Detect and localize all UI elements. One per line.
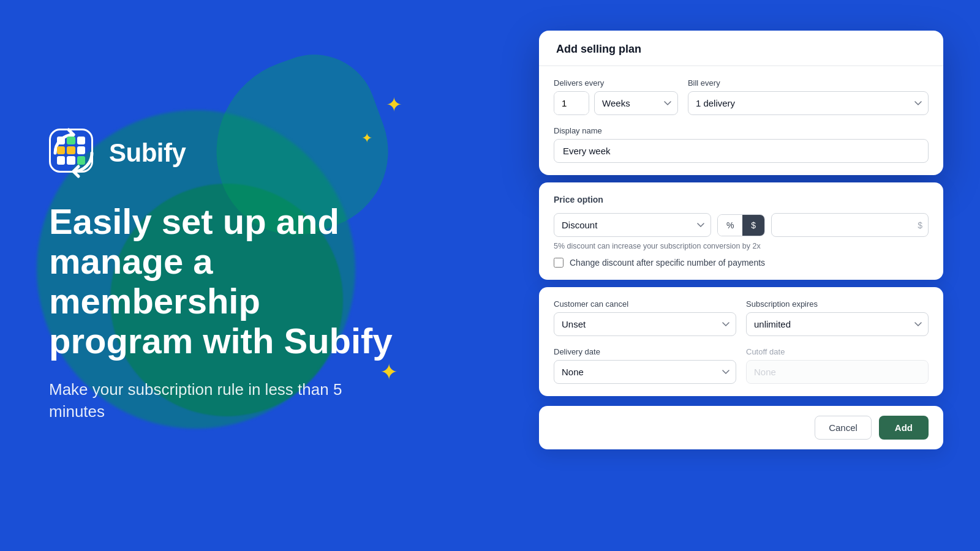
checkbox-label: Change discount after specific number of… xyxy=(570,258,765,268)
delivers-every-inputs: ▲ ▼ Weeks Days Months Years xyxy=(554,91,678,115)
price-option-select[interactable]: Discount Fixed price Same as original xyxy=(554,213,711,237)
logo-cell xyxy=(77,137,85,144)
subscription-expires-select[interactable]: unlimited After 1 payment After 2 paymen… xyxy=(746,312,929,336)
delivers-every-input[interactable] xyxy=(554,92,589,114)
modal-title: Add selling plan xyxy=(556,43,641,55)
modal-footer: Cancel Add xyxy=(539,406,943,449)
delivery-date-group: Delivery date None Weekly Monthly xyxy=(554,347,736,384)
price-input[interactable] xyxy=(771,213,929,237)
delivers-every-label: Delivers every xyxy=(554,78,678,88)
cutoff-date-group: Cutoff date None xyxy=(746,347,929,384)
left-panel: Subify Easily set up and manage a member… xyxy=(49,0,429,551)
logo-cell xyxy=(57,146,65,154)
subscription-expires-group: Subscription expires unlimited After 1 p… xyxy=(746,299,929,336)
price-option-title: Price option xyxy=(554,195,929,204)
customer-cancel-select[interactable]: Unset Anytime Never After 1 payment xyxy=(554,312,736,336)
bill-every-select[interactable]: 1 delivery 2 deliveries 3 deliveries xyxy=(688,91,929,115)
logo-row: Subify xyxy=(49,129,429,178)
delivery-section: Delivers every ▲ ▼ Weeks Days M xyxy=(539,66,943,175)
cutoff-date-select[interactable]: None xyxy=(746,360,929,384)
logo-cell xyxy=(77,146,85,154)
customer-cancel-label: Customer can cancel xyxy=(554,299,736,309)
add-button[interactable]: Add xyxy=(879,416,929,440)
modal-header: Add selling plan xyxy=(539,31,943,66)
delivery-date-label: Delivery date xyxy=(554,347,736,356)
logo-cell xyxy=(57,137,65,144)
price-option-select-wrap: Discount Fixed price Same as original xyxy=(554,213,711,237)
delivers-every-group: Delivers every ▲ ▼ Weeks Days M xyxy=(554,78,678,115)
subscription-expires-label: Subscription expires xyxy=(746,299,929,309)
change-discount-checkbox[interactable] xyxy=(554,258,564,268)
logo-cell xyxy=(57,156,65,164)
price-row: Discount Fixed price Same as original % … xyxy=(554,213,929,237)
checkbox-row: Change discount after specific number of… xyxy=(554,258,929,268)
dollar-toggle-button[interactable]: $ xyxy=(742,215,764,236)
modal-card-top: Add selling plan Delivers every ▲ ▼ xyxy=(539,31,943,175)
bottom-card: Customer can cancel Unset Anytime Never … xyxy=(539,287,943,396)
logo-cell xyxy=(67,156,75,164)
price-currency-symbol: $ xyxy=(918,220,922,230)
percent-toggle-button[interactable]: % xyxy=(718,215,742,236)
logo-icon xyxy=(49,129,93,173)
cancel-button[interactable]: Cancel xyxy=(815,416,872,440)
price-section-card: Price option Discount Fixed price Same a… xyxy=(539,182,943,280)
bill-every-group: Bill every 1 delivery 2 deliveries 3 del… xyxy=(688,78,929,115)
customer-cancel-group: Customer can cancel Unset Anytime Never … xyxy=(554,299,736,336)
price-input-wrap: $ xyxy=(771,213,929,237)
delivery-date-select[interactable]: None Weekly Monthly xyxy=(554,360,736,384)
right-panel: Add selling plan Delivers every ▲ ▼ xyxy=(539,31,943,520)
headline: Easily set up and manage a membership pr… xyxy=(49,202,404,361)
brand-name: Subify xyxy=(109,138,186,168)
logo-cell xyxy=(67,137,75,144)
logo-cell xyxy=(77,156,85,164)
toggle-group: % $ xyxy=(717,214,765,236)
subline: Make your subscription rule in less than… xyxy=(49,378,368,423)
delivery-row: Delivers every ▲ ▼ Weeks Days M xyxy=(554,78,929,115)
cancel-expires-row: Customer can cancel Unset Anytime Never … xyxy=(554,299,929,336)
display-name-input[interactable] xyxy=(554,139,929,163)
delivers-every-spinner: ▲ ▼ xyxy=(554,91,589,115)
logo-wrapper xyxy=(49,129,98,178)
logo-grid xyxy=(57,137,85,165)
display-name-group: Display name xyxy=(554,126,929,163)
bill-every-label: Bill every xyxy=(688,78,929,88)
price-hint: 5% discount can increase your subscripti… xyxy=(554,242,929,250)
display-name-label: Display name xyxy=(554,126,929,135)
logo-cell xyxy=(67,146,75,154)
date-row: Delivery date None Weekly Monthly Cutoff… xyxy=(554,347,929,384)
frequency-select[interactable]: Weeks Days Months Years xyxy=(594,91,678,115)
cutoff-date-label: Cutoff date xyxy=(746,347,929,356)
